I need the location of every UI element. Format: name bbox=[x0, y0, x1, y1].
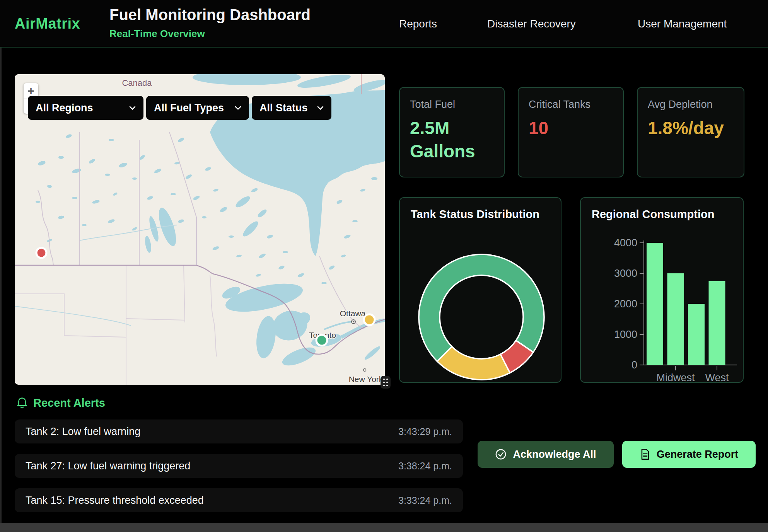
nav-item-user-management[interactable]: User Management bbox=[638, 18, 727, 30]
map-label-new-york: New York bbox=[349, 375, 383, 384]
tank-status-card: Tank Status Distribution bbox=[399, 197, 561, 383]
stat-value: 2.5M Gallons bbox=[410, 117, 487, 163]
map-filter-bar: All Regions All Fuel Types All Status bbox=[28, 96, 331, 120]
alerts-title: Recent Alerts bbox=[33, 397, 105, 409]
status-filter-value: All Status bbox=[259, 102, 308, 114]
app-logo: AirMatrix bbox=[15, 15, 80, 32]
generate-report-label: Generate Report bbox=[657, 448, 739, 460]
regional-consumption-bar-chart: 01000200030004000MidwestWest bbox=[581, 198, 744, 383]
acknowledge-all-label: Acknowledge All bbox=[513, 448, 596, 460]
fuel-type-filter-value: All Fuel Types bbox=[154, 102, 224, 114]
region-filter-value: All Regions bbox=[36, 102, 93, 114]
alert-text: Tank 2: Low fuel warning bbox=[26, 426, 140, 438]
tank-marker-normal[interactable] bbox=[316, 335, 327, 346]
stat-card-avg-depletion: Avg Depletion 1.8%/​day bbox=[637, 87, 744, 177]
chevron-down-icon bbox=[129, 106, 136, 110]
window-edge bbox=[0, 0, 2, 532]
map-panel[interactable]: Canada Ottawa Toronto New York + bbox=[15, 74, 385, 385]
svg-text:1000: 1000 bbox=[614, 329, 637, 340]
svg-text:2000: 2000 bbox=[614, 298, 637, 310]
alert-row: Tank 2: Low fuel warning 3:43:29 p.m. bbox=[15, 419, 463, 443]
chevron-down-icon bbox=[235, 106, 241, 110]
regional-consumption-card: Regional Consumption 01000200030004000Mi… bbox=[580, 197, 744, 383]
page-title: Fuel Monitoring Dashboard bbox=[109, 6, 311, 24]
region-filter-dropdown[interactable]: All Regions bbox=[28, 96, 143, 120]
alert-row: Tank 15: Pressure threshold exceeded 3:3… bbox=[15, 488, 463, 512]
header: AirMatrix Fuel Monitoring Dashboard Real… bbox=[0, 0, 768, 48]
status-filter-dropdown[interactable]: All Status bbox=[252, 96, 331, 120]
generate-report-button[interactable]: Generate Report bbox=[622, 441, 756, 468]
stat-value: 1.8%/​day bbox=[648, 117, 725, 140]
stat-value: 10 bbox=[529, 117, 606, 140]
map-label-canada: Canada bbox=[122, 78, 152, 88]
svg-text:3000: 3000 bbox=[614, 268, 637, 279]
acknowledge-all-button[interactable]: Acknowledge All bbox=[478, 441, 614, 468]
map-resize-handle[interactable] bbox=[381, 376, 391, 389]
stat-card-total-fuel: Total Fuel 2.5M Gallons bbox=[399, 87, 505, 177]
bell-icon bbox=[16, 397, 28, 409]
nav-item-disaster-recovery[interactable]: Disaster Recovery bbox=[487, 18, 576, 30]
chevron-down-icon bbox=[317, 106, 324, 110]
stat-label: Avg Depletion bbox=[648, 99, 734, 111]
nav-item-reports[interactable]: Reports bbox=[399, 18, 437, 30]
alert-time: 3:33:24 p.m. bbox=[398, 495, 452, 506]
report-document-icon bbox=[640, 448, 650, 460]
map-label-ottawa: Ottawa bbox=[340, 309, 366, 318]
alert-time: 3:43:29 p.m. bbox=[398, 426, 452, 437]
map-canvas[interactable]: Canada Ottawa Toronto New York bbox=[15, 74, 385, 385]
dashboard-screen: AirMatrix Fuel Monitoring Dashboard Real… bbox=[0, 0, 768, 532]
tank-status-donut-chart bbox=[400, 198, 561, 383]
page-subtitle: Real-Time Overview bbox=[109, 28, 205, 40]
alert-text: Tank 15: Pressure threshold exceeded bbox=[26, 494, 204, 506]
taskbar bbox=[0, 523, 768, 532]
tank-marker-critical[interactable] bbox=[36, 248, 46, 258]
alert-text: Tank 27: Low fuel warning triggered bbox=[26, 460, 190, 472]
svg-text:West: West bbox=[705, 372, 729, 383]
alert-time: 3:38:24 p.m. bbox=[398, 460, 452, 472]
svg-text:0: 0 bbox=[631, 359, 637, 371]
svg-text:4000: 4000 bbox=[614, 237, 637, 249]
tank-marker-warning[interactable] bbox=[364, 314, 375, 325]
fuel-type-filter-dropdown[interactable]: All Fuel Types bbox=[146, 96, 249, 120]
stat-card-critical-tanks: Critical Tanks 10 bbox=[518, 87, 624, 177]
check-circle-icon bbox=[495, 448, 507, 460]
grip-dots-icon bbox=[383, 379, 388, 386]
svg-text:Midwest: Midwest bbox=[656, 372, 695, 383]
alerts-header: Recent Alerts bbox=[16, 397, 105, 409]
stat-label: Critical Tanks bbox=[529, 99, 613, 111]
alert-row: Tank 27: Low fuel warning triggered 3:38… bbox=[15, 454, 463, 478]
stat-label: Total Fuel bbox=[410, 99, 494, 111]
